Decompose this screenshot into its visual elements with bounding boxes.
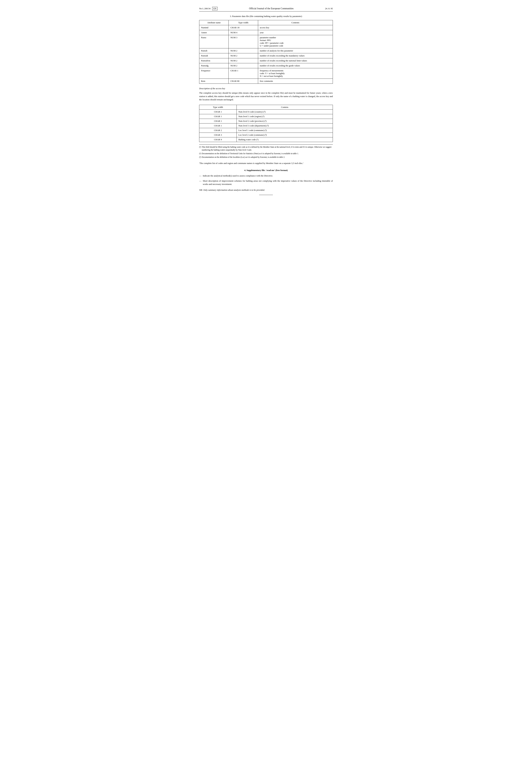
contents-cell: number of results exceeding the national… [258,58,333,63]
type-cell: CHAR 1 [199,123,237,128]
access-key-description-text: The complete access key should be unique… [199,91,333,101]
table-row: CHAR 1Nuts level 3 code (department) (²) [199,123,333,128]
contents-cell: free comments [258,79,333,84]
type-cell: NUM 4 [229,30,258,35]
type-cell: CHAR 2 [199,128,237,133]
header-left: No L 200/34 EN [199,7,217,10]
contents-cell: parameter numberformat: PPUcode: PP = pa… [258,35,333,48]
quote-block: 'The complete list of codes and region a… [199,161,333,165]
col-header-contents: Contents [258,20,333,25]
type-cell: NUM 3 [229,35,258,48]
footnote-text: Documentation on the definition of the l… [202,156,285,159]
contents-cell: number of analysis for this parameter [258,48,333,53]
section4-title: 4. Supplementary file: 'read me' (free f… [199,169,333,172]
divider [259,195,273,195]
table-row: FrequenceCHAR 1frequency of mesurementsc… [199,68,333,79]
table-row: RemCHAR 80free comments [199,79,333,84]
contents-cell: Loc level 2 code (commune) (³) [237,133,333,137]
bullet-item: —Short description of improvement scheme… [199,179,333,186]
table-row: CHAR 3Loc level 2 code (commune) (³) [199,133,333,137]
contents-cell: Bathing water code (¹) [237,137,333,142]
bullet-dash: — [199,179,201,186]
footnote-text: This field should be filled using the ba… [202,146,333,152]
contents-cell: Loc level 1 code (commune) (³) [237,128,333,133]
footnote-marker: (²) [199,152,201,155]
table-row: ParnodgNUM 2number of results exceeding … [199,63,333,68]
col-header-attr: Attribute name [199,20,229,25]
type-cell: CHAR 1 [199,114,237,119]
contents-cell: year [258,30,333,35]
attr-cell: Parnob [199,48,229,53]
contents-cell: Nuts level 2 code (province) (²) [237,119,333,123]
attr-cell: Annee [199,30,229,35]
nb-text: NB: Only summary information about analy… [199,189,333,191]
attr-cell: Parnodi [199,53,229,58]
table-row: ParnobNUM 2number of analysis for this p… [199,48,333,53]
attr-cell: Parnodg [199,63,229,68]
attr-cell: Parno [199,35,229,48]
footnote-marker: (³) [199,156,201,159]
attr-cell: Parnodvin [199,58,229,63]
type-cell: NUM 2 [229,63,258,68]
attr-cell: Rem [199,79,229,84]
contents-cell: number of results exceeding the guide va… [258,63,333,68]
bullet-item: —Indicate the analytical method(s) used … [199,174,333,177]
table-row: CHAR 1Nuts level 2 code (province) (²) [199,119,333,123]
ak-col-header-type: Type width [199,105,237,109]
journal-title: Official Journal of the European Communi… [217,7,325,10]
footnote-marker: (¹) [199,146,201,152]
page-date: 24. 8. 95 [325,7,333,10]
footnotes: (¹)This field should be filled using the… [199,144,333,159]
contents-cell: Nuts level 3 code (department) (²) [237,123,333,128]
col-header-type: Type width [229,20,258,25]
table-row: CHAR 9Bathing water code (¹) [199,137,333,142]
type-cell: CHAR 1 [199,119,237,123]
bullet-list: —Indicate the analytical method(s) used … [199,174,333,186]
type-cell: CHAR 80 [229,79,258,84]
table-row: ParnoNUM 3parameter numberformat: PPUcod… [199,35,333,48]
table-row: NumindCHAR 18access key [199,25,333,30]
contents-cell: number of results exceeding the mandator… [258,53,333,58]
section3-title: 3. Parameter data file (file containing … [199,15,333,18]
table-row: AnneeNUM 4year [199,30,333,35]
table-row: CHAR 1Nuts level 0 code (country) (²) [199,109,333,114]
language-box: EN [212,7,217,10]
journal-ref: No L 200/34 [199,7,210,10]
attr-cell: Numind [199,25,229,30]
type-cell: CHAR 1 [229,68,258,79]
type-cell: CHAR 3 [199,133,237,137]
access-key-description-title: Description of the access key [199,87,333,90]
ak-col-header-contents: Contens [237,105,333,109]
contents-cell: access key [258,25,333,30]
footnote-item: (¹)This field should be filled using the… [199,146,333,152]
parameter-table: Attribute name Type width Contents Numin… [199,20,333,84]
footnote-item: (²)Documentation on the definition of Te… [199,152,333,155]
footnote-text: Documentation on the definition of Terri… [202,152,299,155]
contents-cell: Nuts level 0 code (country) (²) [237,109,333,114]
type-cell: CHAR 18 [229,25,258,30]
bullet-text: Indicate the analytical method(s) used t… [203,174,273,177]
table-row: ParnodvinNUM 2number of results exceedin… [199,58,333,63]
attr-cell: Frequence [199,68,229,79]
contents-cell: frequency of mesurementscode: Y = at lea… [258,68,333,79]
type-cell: CHAR 9 [199,137,237,142]
table-row: CHAR 1Nuts level 1 code (region) (²) [199,114,333,119]
type-cell: NUM 2 [229,58,258,63]
contents-cell: Nuts level 1 code (region) (²) [237,114,333,119]
bullet-text: Short description of improvement schemes… [203,179,333,186]
footnote-item: (³)Documentation on the definition of th… [199,156,333,159]
page-header: No L 200/34 EN Official Journal of the E… [199,7,333,11]
table-row: ParnodiNUM 2number of results exceeding … [199,53,333,58]
bullet-dash: — [199,174,201,177]
type-cell: CHAR 1 [199,109,237,114]
type-cell: NUM 2 [229,53,258,58]
type-cell: NUM 2 [229,48,258,53]
table-row: CHAR 2Loc level 1 code (commune) (³) [199,128,333,133]
access-key-table: Type width Contens CHAR 1Nuts level 0 co… [199,105,333,142]
